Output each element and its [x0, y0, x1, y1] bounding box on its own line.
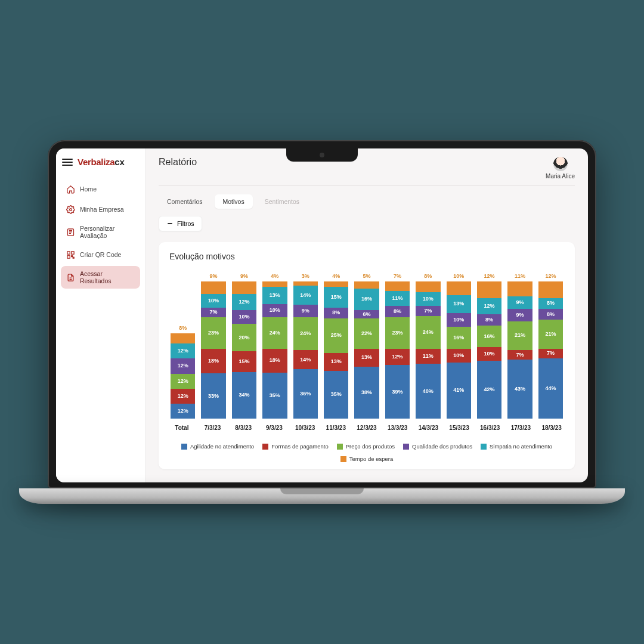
user-name: Maria Alice — [546, 173, 575, 179]
bar-segment: 13% — [354, 349, 379, 367]
brand-row: Verbalizacx — [61, 154, 140, 175]
bar-segment: 44% — [538, 358, 563, 419]
sidebar-icon — [66, 227, 75, 237]
bar-top-label: 9% — [232, 273, 256, 279]
x-tick-label: 11/3/23 — [323, 421, 348, 431]
bar-top-label: 5% — [354, 273, 379, 279]
legend-label: Formas de pagamento — [271, 443, 329, 450]
bar-segment: 15% — [232, 351, 256, 372]
bar-column: 44%7%21%8%8%12% — [538, 281, 563, 419]
bar-segment: 10% — [447, 313, 471, 327]
bar-segment: 39% — [385, 365, 410, 419]
bar-column: 41%10%16%10%13%10% — [447, 281, 471, 419]
bar-segment: 21% — [507, 321, 532, 350]
bar-column: 42%10%16%8%12%12% — [477, 281, 501, 419]
bar-segment: 8% — [538, 309, 563, 320]
bar-segment: 21% — [538, 320, 563, 348]
sidebar-item-4[interactable]: Acessar Resultados — [61, 266, 140, 289]
bar-column: 33%18%23%7%10%9% — [201, 281, 225, 419]
legend: Agilidade no atendimentoFormas de pagame… — [169, 439, 564, 463]
sidebar-item-label: Minha Empresa — [80, 206, 124, 213]
sidebar-item-label: Home — [80, 185, 97, 193]
sidebar-icon — [66, 205, 75, 214]
sidebar-item-label: Acessar Resultados — [80, 270, 135, 284]
svg-point-0 — [69, 208, 72, 210]
bar-segment: 12% — [232, 294, 256, 311]
bar-top-label: 9% — [201, 273, 225, 279]
legend-swatch — [262, 444, 268, 450]
bar-column: 34%15%20%10%12%9% — [232, 281, 256, 419]
bar-segment: 13% — [447, 295, 471, 313]
sidebar-item-2[interactable]: Personalizar Avaliação — [61, 221, 140, 243]
bar-segment: 33% — [201, 373, 225, 419]
chart-card: Evolução motivos 12%12%12%12%12%8%33%18%… — [159, 242, 575, 469]
bar-segment: 38% — [354, 367, 379, 419]
tab-comentários[interactable]: Comentários — [159, 194, 211, 209]
legend-label: Preço dos produtos — [346, 443, 395, 450]
legend-item: Formas de pagamento — [262, 443, 329, 450]
bar-segment: 14% — [293, 286, 318, 305]
filters-button[interactable]: Filtros — [159, 216, 202, 231]
bar-stack: 40%11%24%7%10%8% — [416, 281, 440, 419]
bar-segment: 10% — [262, 304, 287, 317]
x-tick-label: 17/3/23 — [509, 421, 534, 431]
bar-segment: 12% — [171, 358, 195, 373]
bar-stack: 41%10%16%10%13%10% — [447, 281, 471, 419]
bar-segment: 11% — [385, 291, 410, 306]
bar-segment: 7% — [538, 349, 563, 358]
bar-segment: 40% — [416, 364, 440, 419]
bar-segment — [293, 281, 318, 286]
bar-column: 35%18%24%10%13%4% — [262, 281, 287, 419]
menu-toggle-icon[interactable] — [62, 159, 73, 166]
bar-segment — [416, 281, 440, 292]
x-axis: Total7/3/238/3/239/3/2310/3/2311/3/2312/… — [169, 421, 564, 431]
bar-column: 12%12%12%12%12%8% — [171, 333, 195, 419]
sidebar-item-3[interactable]: Criar QR Code — [61, 246, 140, 264]
bar-segment: 8% — [538, 298, 563, 309]
legend-item: Agilidade no atendimento — [181, 443, 254, 450]
bar-top-label: 12% — [538, 273, 563, 279]
app-root: Verbalizacx HomeMinha EmpresaPersonaliza… — [56, 148, 588, 482]
bar-segment: 7% — [201, 308, 225, 317]
bar-top-label: 3% — [293, 273, 318, 279]
bar-segment: 24% — [416, 316, 440, 349]
x-tick-label: 14/3/23 — [416, 421, 441, 431]
bar-segment: 12% — [171, 404, 195, 419]
laptop-notch — [286, 148, 358, 162]
bar-segment: 42% — [477, 361, 501, 419]
sidebar-icon — [66, 184, 75, 194]
x-tick-label: 13/3/23 — [385, 421, 410, 431]
bar-top-label: 7% — [385, 273, 410, 279]
bar-column: 36%14%24%9%14%3% — [293, 281, 318, 419]
tab-motivos[interactable]: Motivos — [215, 194, 253, 209]
bar-segment — [354, 281, 379, 289]
sidebar-item-1[interactable]: Minha Empresa — [61, 200, 140, 218]
bar-segment: 9% — [507, 309, 532, 321]
bar-segment: 34% — [232, 372, 256, 419]
bar-stack: 34%15%20%10%12%9% — [232, 281, 256, 419]
bar-top-label: 4% — [262, 273, 287, 279]
bar-segment: 9% — [293, 305, 318, 317]
bar-segment: 25% — [324, 318, 348, 353]
bar-top-label: 8% — [171, 325, 195, 331]
bar-stack: 35%13%25%8%15%4% — [324, 281, 348, 419]
bar-stack: 42%10%16%8%12%12% — [477, 281, 501, 419]
bar-segment: 8% — [324, 308, 348, 318]
sidebar-item-0[interactable]: Home — [61, 180, 140, 198]
bar-segment: 6% — [354, 310, 379, 318]
bar-segment: 9% — [507, 296, 532, 309]
tab-sentimentos[interactable]: Sentimentos — [256, 194, 308, 209]
bar-segment: 35% — [262, 373, 287, 419]
bar-segment: 16% — [354, 289, 379, 311]
sidebar-item-label: Personalizar Avaliação — [80, 225, 135, 239]
bar-segment: 13% — [262, 287, 287, 304]
x-tick-label: 18/3/23 — [539, 421, 564, 431]
bar-segment: 43% — [507, 360, 532, 419]
logo: Verbalizacx — [78, 157, 124, 167]
svg-rect-5 — [71, 255, 72, 256]
user-chip[interactable]: Maria Alice — [546, 157, 575, 179]
x-tick-label: 9/3/23 — [262, 421, 287, 431]
topbar: Relatório Maria Alice — [159, 157, 575, 186]
legend-item: Tempo de espera — [340, 456, 393, 462]
chart-title: Evolução motivos — [169, 252, 564, 261]
